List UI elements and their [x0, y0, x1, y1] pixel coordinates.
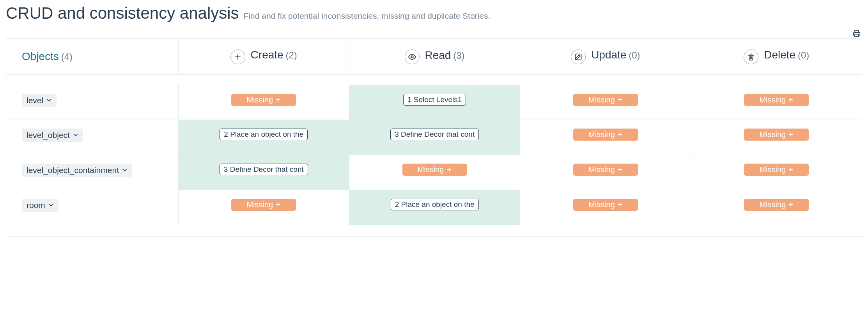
object-pill[interactable]: level_object	[22, 129, 83, 142]
missing-button[interactable]: Missing	[573, 164, 638, 176]
chevron-down-icon	[46, 96, 52, 105]
header-read[interactable]: Read (3)	[349, 38, 520, 75]
object-label: room	[27, 201, 45, 210]
missing-button[interactable]: Missing	[402, 164, 467, 176]
object-cell: level	[6, 85, 179, 120]
crud-table: Objects (4) Create (2) Read (3) Update (…	[6, 38, 862, 237]
header-delete[interactable]: Delete (0)	[691, 38, 862, 75]
object-label: level_object	[27, 131, 70, 140]
table-row: levelMissing1 Select Levels1MissingMissi…	[6, 85, 862, 120]
table-row: level_object2 Place an object on the3 De…	[6, 120, 862, 155]
plus-icon	[788, 165, 794, 174]
update-cell: Missing	[520, 85, 691, 120]
missing-button[interactable]: Missing	[573, 199, 638, 211]
create-cell: 3 Define Decor that cont	[179, 155, 349, 190]
story-chip[interactable]: 2 Place an object on the	[391, 199, 479, 210]
table-row: level_object_containment3 Define Decor t…	[6, 155, 862, 190]
plus-icon	[617, 200, 623, 209]
create-cell: 2 Place an object on the	[179, 120, 349, 155]
delete-cell: Missing	[691, 120, 862, 155]
missing-label: Missing	[246, 95, 273, 104]
chevron-down-icon	[73, 131, 78, 140]
page-title: CRUD and consistency analysis	[6, 4, 239, 23]
chevron-down-icon	[122, 166, 128, 175]
missing-label: Missing	[588, 130, 615, 139]
create-cell: Missing	[179, 190, 349, 225]
header-objects[interactable]: Objects (4)	[6, 38, 179, 75]
trash-icon	[744, 49, 758, 64]
table-header-row: Objects (4) Create (2) Read (3) Update (…	[6, 38, 862, 75]
header-update[interactable]: Update (0)	[520, 38, 691, 75]
story-chip[interactable]: 2 Place an object on the	[220, 129, 308, 140]
missing-button[interactable]: Missing	[744, 94, 809, 106]
header-update-count: (0)	[629, 50, 640, 60]
plus-icon	[230, 49, 245, 64]
missing-label: Missing	[759, 95, 786, 104]
header-objects-label: Objects	[22, 50, 59, 62]
create-cell: Missing	[179, 85, 349, 120]
missing-label: Missing	[588, 165, 615, 174]
plus-icon	[788, 200, 794, 209]
object-pill[interactable]: room	[22, 199, 58, 212]
missing-button[interactable]: Missing	[231, 199, 296, 211]
object-label: level_object_containment	[27, 166, 119, 175]
missing-label: Missing	[759, 200, 786, 209]
page-subtitle: Find and fix potential inconsistencies, …	[244, 11, 491, 21]
plus-icon	[617, 95, 623, 104]
missing-label: Missing	[246, 200, 273, 209]
header-delete-label: Delete	[764, 49, 795, 61]
delete-cell: Missing	[691, 190, 862, 225]
update-cell: Missing	[520, 120, 691, 155]
delete-cell: Missing	[691, 85, 862, 120]
print-icon[interactable]	[853, 30, 861, 38]
story-chip[interactable]: 1 Select Levels1	[403, 94, 466, 106]
object-cell: room	[6, 190, 179, 225]
table-row: roomMissing2 Place an object on theMissi…	[6, 190, 862, 225]
missing-button[interactable]: Missing	[744, 199, 809, 211]
plus-icon	[275, 200, 281, 209]
table-footer-row	[6, 225, 862, 237]
chevron-down-icon	[48, 201, 54, 210]
read-cell: 3 Define Decor that cont	[349, 120, 520, 155]
header-create[interactable]: Create (2)	[179, 38, 349, 75]
missing-button[interactable]: Missing	[744, 164, 809, 176]
header-create-label: Create	[251, 49, 283, 61]
plus-icon	[788, 130, 794, 139]
missing-label: Missing	[759, 165, 786, 174]
read-cell: Missing	[349, 155, 520, 190]
missing-label: Missing	[418, 165, 444, 174]
eye-icon	[405, 49, 420, 64]
header-read-label: Read	[425, 49, 451, 61]
object-label: level	[27, 96, 43, 105]
missing-button[interactable]: Missing	[231, 94, 296, 106]
header-read-count: (3)	[453, 50, 464, 61]
read-cell: 2 Place an object on the	[349, 190, 520, 225]
plus-icon	[617, 130, 623, 139]
missing-label: Missing	[588, 200, 615, 209]
story-chip[interactable]: 3 Define Decor that cont	[390, 129, 479, 140]
update-cell: Missing	[520, 190, 691, 225]
missing-button[interactable]: Missing	[573, 129, 638, 141]
story-chip[interactable]: 3 Define Decor that cont	[220, 164, 308, 175]
missing-button[interactable]: Missing	[744, 129, 809, 141]
header-delete-count: (0)	[798, 50, 809, 60]
missing-label: Missing	[588, 95, 615, 104]
update-cell: Missing	[520, 155, 691, 190]
missing-label: Missing	[759, 130, 786, 139]
object-cell: level_object	[6, 120, 179, 155]
missing-button[interactable]: Missing	[573, 94, 638, 106]
plus-icon	[788, 95, 794, 104]
plus-icon	[446, 165, 452, 174]
edit-icon	[571, 49, 586, 64]
header-update-label: Update	[591, 49, 626, 61]
object-pill[interactable]: level	[22, 94, 57, 107]
delete-cell: Missing	[691, 155, 862, 190]
header-create-count: (2)	[285, 50, 297, 60]
object-pill[interactable]: level_object_containment	[22, 164, 132, 177]
header-objects-count: (4)	[61, 51, 73, 62]
read-cell: 1 Select Levels1	[349, 85, 520, 120]
plus-icon	[275, 95, 281, 104]
plus-icon	[617, 165, 623, 174]
object-cell: level_object_containment	[6, 155, 179, 190]
